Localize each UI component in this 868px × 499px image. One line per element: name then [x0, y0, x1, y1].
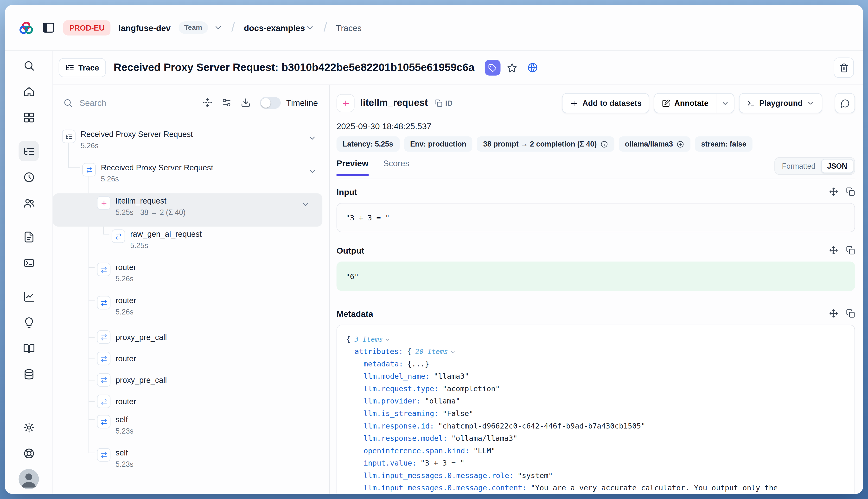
comments-button[interactable]	[835, 93, 855, 113]
tree-row[interactable]: router 5.26s	[53, 293, 329, 326]
rail-item-prompts[interactable]	[19, 227, 39, 247]
rail-item-database[interactable]	[19, 364, 39, 384]
tree-list: Received Proxy Server Request 5.26s Rece…	[53, 120, 329, 494]
trace-icon	[62, 130, 75, 143]
timeline-toggle[interactable]	[260, 97, 281, 109]
rail-item-tracing[interactable]	[19, 141, 39, 161]
tree-settings-button[interactable]	[221, 97, 231, 108]
rail-item-evaluations[interactable]	[19, 286, 39, 306]
breadcrumb-section[interactable]: Traces	[336, 23, 362, 33]
tree-row[interactable]: router	[53, 348, 329, 369]
tree-row-name: raw_gen_ai_request	[130, 229, 201, 239]
tree-row[interactable]: self 5.23s	[53, 412, 329, 445]
annotate-button[interactable]: Annotate	[655, 94, 716, 113]
chevron-down-icon[interactable]	[308, 167, 317, 178]
span-icon	[97, 296, 110, 309]
format-toggle-json[interactable]: JSON	[821, 159, 853, 173]
public-link-button[interactable]	[524, 59, 541, 76]
copy-section-button[interactable]	[846, 309, 855, 318]
plus-icon	[570, 99, 578, 107]
tab-scores[interactable]: Scores	[383, 158, 409, 176]
rail-item-search[interactable]	[19, 55, 39, 75]
stream-badge: stream: false	[695, 136, 753, 151]
tree-row-selected[interactable]: litellm_request 5.25s38 → 2 (Σ 40)	[53, 193, 322, 227]
project-switcher[interactable]: docs-examples	[244, 23, 315, 33]
latency-badge: Latency: 5.25s	[337, 136, 399, 151]
json-line[interactable]: metadata:{...}	[346, 358, 846, 370]
playground-button[interactable]: Playground	[739, 93, 822, 113]
tag-button[interactable]	[485, 60, 500, 75]
observation-detail-panel: litellm_request ID Add to datasets	[330, 85, 863, 494]
expand-section-button[interactable]	[829, 187, 838, 196]
json-line: llm.response.model:"ollama/llama3"	[346, 433, 846, 445]
expand-section-button[interactable]	[829, 246, 838, 255]
copy-id-button[interactable]: ID	[435, 99, 453, 107]
metadata-section-header: Metadata	[337, 308, 855, 319]
tree-row-name: proxy_pre_call	[115, 375, 167, 385]
tree-search-input[interactable]	[78, 97, 193, 108]
tree-row[interactable]: Received Proxy Server Request 5.26s	[53, 160, 329, 193]
org-name[interactable]: langfuse-dev	[119, 23, 171, 33]
tree-row-duration: 5.25s	[115, 208, 134, 217]
chevron-down-icon[interactable]	[308, 134, 317, 145]
globe-icon	[527, 62, 538, 73]
tree-row-name: proxy_pre_call	[115, 332, 167, 342]
tree-toolbar: Timeline	[53, 85, 329, 120]
org-switcher-chevron-icon[interactable]	[213, 23, 222, 32]
model-badge[interactable]: ollama/llama3	[619, 136, 690, 151]
tree-row[interactable]: proxy_pre_call	[53, 369, 329, 391]
token-usage-badge[interactable]: 38 prompt → 2 completion (Σ 40)	[477, 136, 614, 151]
star-icon	[507, 62, 518, 73]
download-icon	[241, 97, 251, 108]
annotate-dropdown-chevron[interactable]	[716, 94, 734, 113]
rail-item-support[interactable]	[19, 443, 39, 463]
json-line[interactable]: { 3 Items	[346, 333, 846, 346]
rail-item-dashboards[interactable]	[19, 107, 39, 127]
json-line: llm.request.type:"acompletion"	[346, 383, 846, 395]
tab-preview[interactable]: Preview	[337, 158, 369, 176]
tree-row[interactable]: self 5.23s	[53, 445, 329, 478]
section-title: Output	[337, 245, 364, 255]
json-item-count: 20 Items	[415, 345, 448, 358]
trace-header-row: Trace Received Proxy Server Request: b30…	[53, 51, 863, 85]
chevron-down-icon[interactable]	[385, 336, 391, 343]
rail-item-insights[interactable]	[19, 312, 39, 332]
tree-row[interactable]: router 5.26s	[53, 260, 329, 293]
pencil-icon	[662, 99, 670, 107]
json-line[interactable]: attributes: { 20 Items	[346, 345, 846, 358]
expand-all-button[interactable]	[202, 97, 212, 108]
rail-item-home[interactable]	[19, 81, 39, 101]
tree-row[interactable]: Received Proxy Server Request 5.26s	[53, 127, 329, 160]
rail-bottom-group	[19, 417, 39, 489]
copy-section-button[interactable]	[846, 246, 855, 255]
user-avatar[interactable]	[19, 469, 39, 489]
metadata-json-viewer[interactable]: { 3 Items attributes: { 20 Items metadat…	[337, 325, 855, 494]
output-value: "6"	[337, 261, 855, 291]
rail-item-playground[interactable]	[19, 253, 39, 273]
rail-item-sessions[interactable]	[19, 167, 39, 187]
format-toggle-formatted[interactable]: Formatted	[777, 159, 821, 172]
section-title: Metadata	[337, 309, 373, 318]
tree-row[interactable]: proxy_pre_call	[53, 327, 329, 348]
detail-scroll-area[interactable]: Input "3 + 3 = " Output	[337, 179, 855, 494]
chevron-down-icon[interactable]	[450, 349, 456, 355]
bookmark-star-button[interactable]	[504, 59, 521, 76]
tree-row[interactable]: router	[53, 391, 329, 412]
copy-section-button[interactable]	[846, 187, 855, 196]
download-button[interactable]	[241, 97, 251, 108]
expand-section-button[interactable]	[829, 309, 838, 318]
tree-row-duration: 5.25s	[130, 241, 148, 250]
rail-item-datasets[interactable]	[19, 338, 39, 358]
annotate-split-button: Annotate	[654, 93, 734, 113]
observation-title: litellm_request	[360, 97, 428, 109]
copy-icon	[846, 309, 855, 318]
add-to-datasets-button[interactable]: Add to datasets	[562, 93, 650, 113]
delete-trace-button[interactable]	[834, 58, 854, 78]
rail-item-users[interactable]	[19, 193, 39, 213]
tree-row-name: Received Proxy Server Request	[81, 129, 193, 139]
copy-icon	[435, 99, 442, 107]
tree-row[interactable]: raw_gen_ai_request 5.25s	[53, 227, 329, 260]
rail-item-settings[interactable]	[19, 417, 39, 437]
chevron-down-icon[interactable]	[301, 200, 310, 211]
sidebar-toggle-button[interactable]	[41, 21, 55, 34]
